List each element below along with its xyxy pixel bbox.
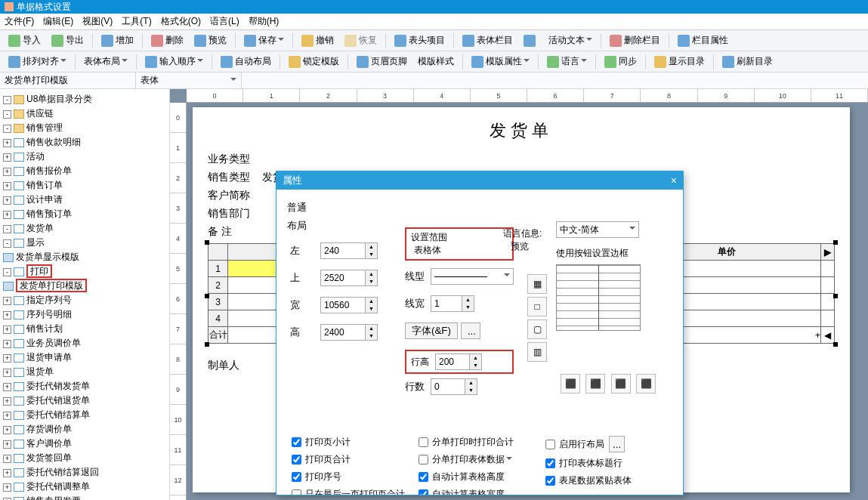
cb-auto-height[interactable]: 自动计算表格高度 [419,471,545,483]
show-toc-button[interactable]: 显示目录 [650,54,709,69]
cb-auto-width[interactable]: 自动计算表格宽度 [419,488,545,495]
header-footer-button[interactable]: 页眉页脚 [353,54,411,69]
tree-item[interactable]: -发货单 [0,221,169,236]
cb-print-seq[interactable]: 打印序号 [292,471,419,483]
tree-root[interactable]: -U8单据目录分类 [0,92,169,106]
cb-tail-stick[interactable]: 表尾数据紧贴表体 [545,474,672,487]
dialog-titlebar[interactable]: 属性 × [276,171,683,190]
cb-split-total[interactable]: 分单打印时打印合计 [419,436,545,449]
save-button[interactable]: 保存 [240,32,288,48]
import-button[interactable]: 导入 [5,32,45,48]
border-all-icon[interactable]: ▦ [527,274,547,294]
cb-last-page-total[interactable]: 只在最后一页打印页合计 [292,488,419,495]
header-icon [357,56,369,68]
align-l-icon[interactable]: ⬛ [561,374,580,394]
tree-item[interactable]: +委托代销退货单 [0,394,169,408]
refresh-toc-button[interactable]: 刷新目录 [718,54,777,69]
font-button[interactable]: 字体(&F) [405,323,458,339]
lang-select[interactable]: 中文-简体 [556,221,639,238]
border-none-icon[interactable]: □ [527,297,547,316]
lang-button[interactable]: 语言 [543,54,591,69]
tree-item[interactable]: +销售收款明细 [0,135,169,150]
tree-item[interactable]: +指定序列号 [0,293,169,307]
menu-edit[interactable]: 编辑(E) [43,15,73,28]
height-spin[interactable]: ▲▼ [320,324,378,341]
sync-button[interactable]: 同步 [601,54,641,69]
export-button[interactable]: 导出 [48,32,88,48]
align-j-icon[interactable]: ⬛ [636,374,656,394]
redo-button[interactable]: 恢复 [341,32,381,48]
tree-item[interactable]: +退货申请单 [0,350,169,365]
tree-item[interactable]: +销售报价单 [0,164,169,178]
border-outer-icon[interactable]: ▢ [527,319,547,339]
import-icon [8,35,20,47]
tree-item[interactable]: +发货签回单 [0,451,169,465]
close-icon[interactable]: × [671,174,677,187]
auto-layout-button[interactable]: 自动布局 [217,54,275,69]
tree-item[interactable]: +委托代销调整单 [0,480,169,494]
align-c-icon[interactable]: ⬛ [585,374,605,394]
delete-button[interactable]: 删除 [147,32,187,48]
tree-item[interactable]: +客户调价单 [0,437,169,451]
cb-row-layout[interactable]: 启用行布局... [545,436,672,452]
tree-item[interactable]: +委托代销结算退回 [0,465,169,480]
tree-item[interactable]: +委托代销发货单 [0,379,169,394]
tree-print-tpl[interactable]: 发货单打印模版 [0,279,169,293]
sort-button[interactable]: 排列对齐 [5,54,70,69]
menu-format[interactable]: 格式化(O) [161,15,201,28]
input-order-button[interactable]: 输入顺序 [141,54,207,69]
col-prop-button[interactable]: 栏目属性 [674,32,732,48]
tree-show-tpl[interactable]: 发货单显示模版 [0,250,169,264]
menu-lang[interactable]: 语言(L) [210,15,239,28]
menu-help[interactable]: 帮助(H) [249,15,280,28]
linetype-select[interactable] [431,268,514,285]
rowh-spin[interactable]: ▲▼ [435,353,482,370]
tree-item[interactable]: +销售专用发票 [0,494,169,500]
top-spin[interactable]: ▲▼ [320,270,378,286]
tree-print[interactable]: -打印 [0,264,169,279]
linewidth-spin[interactable]: ▲▼ [431,295,474,312]
tree-item[interactable]: +序列号明细 [0,307,169,322]
tree-item[interactable]: +退货单 [0,365,169,379]
tree-item[interactable]: +销售预订单 [0,207,169,221]
width-spin[interactable]: ▲▼ [320,297,378,313]
cb-page-total[interactable]: 打印页合计 [292,453,419,466]
t-icon-button[interactable] [520,33,542,48]
menu-file[interactable]: 文件(F) [5,15,34,28]
tree-item[interactable]: +销售计划 [0,322,169,336]
font-more-button[interactable]: ... [461,323,480,339]
active-text-button[interactable]: 活动文本 [545,32,596,48]
body-item-button[interactable]: 表体栏目 [459,32,517,48]
menu-tool[interactable]: 工具(T) [122,15,151,28]
align-r-icon[interactable]: ⬛ [611,374,631,394]
head-item-button[interactable]: 表头项目 [391,32,449,48]
sub-toolbar: 发货单打印模版 表体 [0,73,868,89]
tree-item[interactable]: +活动 [0,150,169,164]
left-spin[interactable]: ▲▼ [320,242,378,259]
tpl-prop-button[interactable]: 模版属性 [468,54,533,69]
tree-show[interactable]: -显示 [0,236,169,250]
tab-general[interactable]: 普通 [287,199,672,217]
border-inner-icon[interactable]: ▥ [527,342,547,362]
tree-item[interactable]: +业务员调价单 [0,336,169,350]
add-button[interactable]: 增加 [97,32,137,48]
scope-select[interactable]: 表格体 [411,244,508,257]
undo-button[interactable]: 撤销 [298,32,338,48]
rows-spin[interactable]: ▲▼ [431,378,477,395]
tree-item[interactable]: +委托代销结算单 [0,408,169,422]
cb-page-subtotal[interactable]: 打印页小计 [292,436,419,449]
cb-split-body[interactable]: 分单打印表体数据 [419,453,545,466]
tpl-style-button[interactable]: 模版样式 [414,54,458,69]
tree-item[interactable]: +存货调价单 [0,422,169,437]
tree-item[interactable]: +设计申请 [0,193,169,207]
tree-sales[interactable]: -销售管理 [0,121,169,135]
del-col-button[interactable]: 删除栏目 [606,32,664,48]
preview-button[interactable]: 预览 [190,32,230,48]
tree-item[interactable]: +销售订单 [0,178,169,193]
menu-view[interactable]: 视图(V) [82,15,113,28]
cb-print-header[interactable]: 打印表体标题行 [545,457,672,470]
font-select[interactable]: 表体 [136,73,242,88]
body-layout-button[interactable]: 表体布局 [80,54,131,69]
lock-tpl-button[interactable]: 锁定模版 [285,54,343,69]
tree-supply[interactable]: -供应链 [0,106,169,121]
